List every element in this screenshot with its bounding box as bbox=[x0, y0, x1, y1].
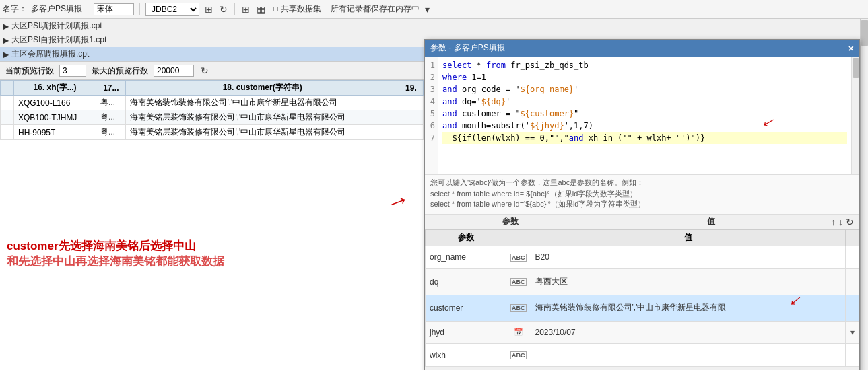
separator bbox=[88, 3, 88, 15]
help-example1: select * from table where id= ${abc}°（如果… bbox=[430, 189, 854, 199]
param-dropdown-customer bbox=[846, 295, 859, 321]
param-type-dq: ABC bbox=[506, 268, 531, 295]
left-panel: ▶ 大区PSI填报计划填报.cpt ▶ 大区PSI自报计划填报1.cpt ▶ 主… bbox=[0, 19, 424, 370]
param-row-orgname: org_name ABC B20 bbox=[426, 246, 859, 269]
file-label-3: 主区会席调报填报.cpt bbox=[11, 48, 89, 60]
data-table-container: 16. xh(字...) 17... 18. customer(字符串) 19.… bbox=[0, 80, 424, 370]
params-value-title: 值 bbox=[591, 216, 831, 227]
preview-current-input[interactable] bbox=[59, 65, 86, 77]
nav-refresh-btn[interactable]: ↻ bbox=[846, 217, 854, 227]
params-table: 参数 值 org_name ABC B20 bbox=[425, 229, 859, 367]
param-name-orgname: org_name bbox=[426, 246, 506, 269]
sql-text[interactable]: select * from fr_psi_zb_qds_tb where 1=1… bbox=[438, 57, 851, 174]
file-icon-3: ▶ bbox=[3, 50, 9, 59]
datasource-select[interactable]: JDBC2 bbox=[145, 3, 199, 16]
param-dropdown-orgname bbox=[846, 246, 859, 269]
th-value: 值 bbox=[531, 230, 846, 246]
query-modal: 参数 - 多客户PS填报 × 1 2 3 4 5 6 7 select * fr… bbox=[424, 39, 860, 370]
file-label-1: 大区PSI填报计划填报.cpt bbox=[11, 20, 102, 32]
nav-down-btn[interactable]: ↓ bbox=[838, 217, 843, 227]
param-value-wlxh[interactable] bbox=[531, 344, 846, 367]
app-container: 名字： 多客户PS填报 JDBC2 ⊞ ↻ ⊞ ▦ □ 共享数据集 所有记录都保… bbox=[0, 0, 868, 370]
file-item-2[interactable]: ▶ 大区PSI自报计划填报1.cpt bbox=[0, 33, 424, 47]
right-scrollbar[interactable] bbox=[860, 19, 868, 370]
shared-label: □ 共享数据集 bbox=[273, 3, 321, 15]
params-title: 参数 bbox=[430, 216, 591, 227]
memory-label: 所有记录都保存在内存中 bbox=[331, 3, 420, 15]
file-label-2: 大区PSI自报计划填报1.cpt bbox=[11, 34, 106, 46]
params-toolbar: 参数 值 ↑ ↓ ↻ bbox=[425, 215, 859, 229]
param-row-dq: dq ABC 粤西大区 bbox=[426, 268, 859, 295]
table-row: HH-9095T 粤... 海南美铭层装饰装修有限公司','中山市康华新星电器有… bbox=[1, 125, 424, 140]
param-value-dq[interactable]: 粤西大区 bbox=[531, 268, 846, 295]
expand-icon[interactable]: ⊞ bbox=[203, 4, 214, 15]
refresh-icon[interactable]: ↻ bbox=[218, 4, 229, 15]
params-section: 参数 值 ↑ ↓ ↻ 参数 值 bbox=[425, 215, 859, 367]
param-row-customer: customer ABC 海南美铭装饰装修有限公司','中山市康华新星电器有限 bbox=[426, 295, 859, 321]
preview-current-label: 当前预览行数 bbox=[5, 65, 54, 77]
help-example2: select * from table where id='${abc}'°（如… bbox=[430, 199, 854, 209]
dropdown-icon[interactable]: ▾ bbox=[424, 4, 431, 15]
separator3 bbox=[234, 3, 235, 15]
th-param: 参数 bbox=[426, 230, 506, 246]
param-dropdown-wlxh bbox=[846, 344, 859, 367]
param-row-jhyd: jhyd 📅 2023/10/07 ▾ bbox=[426, 321, 859, 344]
param-name-dq: dq bbox=[426, 268, 506, 295]
preview-max-label: 最大的预览行数 bbox=[92, 65, 148, 77]
table-row: XQG100-L166 粤... 海南美铭装饰装修有限公司','中山市康华新星电… bbox=[1, 96, 424, 110]
preview-controls: 当前预览行数 最大的预览行数 ↻ bbox=[0, 62, 424, 80]
preview-refresh-btn[interactable]: ↻ bbox=[199, 65, 210, 76]
col-header-0 bbox=[1, 81, 14, 96]
file-icon-2: ▶ bbox=[3, 36, 9, 45]
toolbar-name: 多客户PS填报 bbox=[31, 3, 82, 15]
th-type bbox=[506, 230, 531, 246]
help-text: 您可以键入'${abc}'做为一个参数，这里abc是参数的名称。例如： bbox=[430, 178, 854, 188]
param-type-customer: ABC bbox=[506, 295, 531, 321]
toolbar: 名字： 多客户PS填报 JDBC2 ⊞ ↻ ⊞ ▦ □ 共享数据集 所有记录都保… bbox=[0, 0, 868, 19]
table-icon[interactable]: ▦ bbox=[255, 4, 267, 15]
param-name-wlxh: wlxh bbox=[426, 344, 506, 367]
param-row-wlxh: wlxh ABC bbox=[426, 344, 859, 367]
nav-up-btn[interactable]: ↑ bbox=[831, 217, 836, 227]
scrollbar-thumb bbox=[861, 20, 868, 46]
file-item-1[interactable]: ▶ 大区PSI填报计划填报.cpt bbox=[0, 19, 424, 33]
file-item-3[interactable]: ▶ 主区会席调报填报.cpt bbox=[0, 47, 424, 61]
line-numbers: 1 2 3 4 5 6 7 bbox=[425, 57, 438, 174]
sql-scrollbar[interactable] bbox=[851, 57, 859, 174]
th-dropdown bbox=[846, 230, 859, 246]
param-name-jhyd: jhyd bbox=[426, 321, 506, 344]
param-dropdown-dq bbox=[846, 268, 859, 295]
param-name-customer: customer bbox=[426, 295, 506, 321]
param-type-orgname: ABC bbox=[506, 246, 531, 269]
grid-icon[interactable]: ⊞ bbox=[240, 4, 251, 15]
col-header-3: 18. customer(字符串) bbox=[126, 81, 399, 96]
font-input[interactable] bbox=[94, 3, 134, 15]
params-nav: ↑ ↓ ↻ bbox=[831, 217, 854, 227]
separator2 bbox=[139, 3, 140, 15]
file-icon-1: ▶ bbox=[3, 22, 9, 31]
sql-editor: 1 2 3 4 5 6 7 select * from fr_psi_zb_qd… bbox=[425, 57, 859, 174]
toolbar-label: 名字： bbox=[3, 3, 27, 15]
modal-close-btn[interactable]: × bbox=[848, 43, 854, 54]
param-value-jhyd[interactable]: 2023/10/07 bbox=[531, 321, 846, 344]
param-value-orgname[interactable]: B20 bbox=[531, 246, 846, 269]
modal-header: 参数 - 多客户PS填报 × bbox=[425, 40, 859, 57]
col-header-2: 17... bbox=[96, 81, 126, 96]
col-header-1: 16. xh(字...) bbox=[14, 81, 96, 96]
data-table: 16. xh(字...) 17... 18. customer(字符串) 19.… bbox=[0, 80, 424, 140]
modal-footer: 确定 取消 bbox=[425, 367, 859, 370]
param-type-jhyd: 📅 bbox=[506, 321, 531, 344]
preview-max-input[interactable] bbox=[154, 65, 194, 77]
param-type-wlxh: ABC bbox=[506, 344, 531, 367]
modal-title: 参数 - 多客户PS填报 bbox=[430, 42, 505, 54]
table-row: XQB100-TJHMJ 粤... 海南美铭层装饰装修有限公司','中山市康华新… bbox=[1, 110, 424, 125]
col-header-4: 19. bbox=[399, 81, 423, 96]
sql-scrollbar-thumb bbox=[853, 58, 859, 78]
param-value-customer[interactable]: 海南美铭装饰装修有限公司','中山市康华新星电器有限 bbox=[531, 295, 846, 321]
content-area: ▶ 大区PSI填报计划填报.cpt ▶ 大区PSI自报计划填报1.cpt ▶ 主… bbox=[0, 19, 868, 370]
help-area: 您可以键入'${abc}'做为一个参数，这里abc是参数的名称。例如： sele… bbox=[425, 174, 859, 215]
param-dropdown-jhyd[interactable]: ▾ bbox=[846, 321, 859, 344]
